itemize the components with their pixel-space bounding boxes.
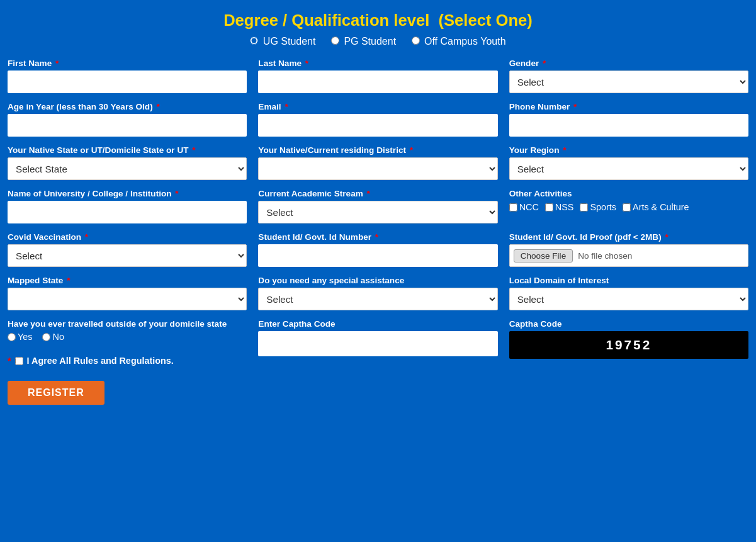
phone-group: Phone Number * <box>509 102 748 137</box>
degree-radio-group: UG Student PG Student Off Campus Youth <box>8 36 748 47</box>
captha-code-display: 19752 <box>509 331 748 359</box>
district-label: Your Native/Current residing District * <box>258 145 497 155</box>
agree-row: * I Agree All Rules and Regulations. <box>8 356 247 366</box>
phone-label: Phone Number * <box>509 102 748 111</box>
university-label: Name of University / College / Instituti… <box>8 189 247 198</box>
mapped-state-select[interactable] <box>8 288 247 310</box>
register-button-wrapper: REGISTER <box>8 381 247 405</box>
pg-student-radio-label[interactable]: PG Student <box>331 36 399 47</box>
covid-vaccination-group: Covid Vaccination * Select Yes No <box>8 232 247 267</box>
other-activities-label: Other Activities <box>509 189 748 198</box>
email-label: Email * <box>258 102 497 111</box>
last-name-input[interactable] <box>258 71 497 93</box>
covid-vaccination-label: Covid Vaccination * <box>8 232 247 242</box>
university-group: Name of University / College / Instituti… <box>8 189 247 223</box>
first-name-label: First Name * <box>8 59 247 68</box>
region-group: Your Region * Select <box>509 145 748 180</box>
student-id-proof-group: Student Id/ Govt. Id Proof (pdf < 2MB) *… <box>509 232 748 267</box>
mapped-state-group: Mapped State * <box>8 276 247 310</box>
mapped-state-label: Mapped State * <box>8 276 247 285</box>
local-domain-label: Local Domain of Interest <box>509 276 748 285</box>
special-assistance-select[interactable]: Select Yes No <box>258 288 497 310</box>
native-state-group: Your Native State or UT/Domicile State o… <box>8 145 247 180</box>
other-activities-group: Other Activities NCC NSS Sports Arts & C… <box>509 189 748 223</box>
bottom-left-section: Have you ever travelled outside of your … <box>8 319 247 405</box>
travel-question-group: Have you ever travelled outside of your … <box>8 319 247 342</box>
region-select[interactable]: Select <box>509 157 748 180</box>
student-id-number-input[interactable] <box>258 244 497 267</box>
sports-checkbox-label[interactable]: Sports <box>580 202 616 212</box>
special-assistance-group: Do you need any special assistance Selec… <box>258 276 497 310</box>
academic-stream-select[interactable]: Select <box>258 201 497 223</box>
student-id-proof-label: Student Id/ Govt. Id Proof (pdf < 2MB) * <box>509 232 748 242</box>
academic-stream-group: Current Academic Stream * Select <box>258 189 497 223</box>
captha-input-label: Enter Captha Code <box>258 319 497 329</box>
file-status: No file chosen <box>578 251 632 261</box>
travel-question-label: Have you ever travelled outside of your … <box>8 319 247 329</box>
age-input[interactable] <box>8 114 247 137</box>
captha-input[interactable] <box>258 331 497 356</box>
university-input[interactable] <box>8 201 247 223</box>
page-title: Degree / Qualification level (Select One… <box>8 11 748 30</box>
local-domain-select[interactable]: Select <box>509 288 748 310</box>
offcampus-radio-label[interactable]: Off Campus Youth <box>412 36 506 47</box>
native-state-label: Your Native State or UT/Domicile State o… <box>8 145 247 155</box>
travel-no-radio[interactable] <box>42 333 50 341</box>
agree-label: I Agree All Rules and Regulations. <box>27 356 174 366</box>
local-domain-group: Local Domain of Interest Select <box>509 276 748 310</box>
nss-checkbox-label[interactable]: NSS <box>545 202 574 212</box>
district-select[interactable] <box>258 157 497 180</box>
register-button[interactable]: REGISTER <box>8 381 104 405</box>
offcampus-radio[interactable] <box>412 37 420 45</box>
student-id-number-label: Student Id/ Govt. Id Number * <box>258 232 497 242</box>
travel-radio-group: Yes No <box>8 332 247 342</box>
ug-student-radio-label[interactable]: UG Student <box>250 36 319 47</box>
arts-culture-checkbox-label[interactable]: Arts & Culture <box>623 202 689 212</box>
first-name-input[interactable] <box>8 71 247 93</box>
captha-input-group: Enter Captha Code <box>258 319 497 356</box>
travel-no-label[interactable]: No <box>42 332 64 342</box>
ncc-checkbox[interactable] <box>509 203 517 212</box>
email-input[interactable] <box>258 114 497 137</box>
region-label: Your Region * <box>509 145 748 155</box>
nss-checkbox[interactable] <box>545 203 553 212</box>
age-group: Age in Year (less than 30 Years Old) * <box>8 102 247 137</box>
district-group: Your Native/Current residing District * <box>258 145 497 180</box>
last-name-label: Last Name * <box>258 59 497 68</box>
ncc-checkbox-label[interactable]: NCC <box>509 202 539 212</box>
captha-display-label: Captha Code <box>509 319 748 329</box>
phone-input[interactable] <box>509 114 748 137</box>
email-group: Email * <box>258 102 497 137</box>
ug-student-radio[interactable] <box>250 37 258 45</box>
sports-checkbox[interactable] <box>580 203 588 212</box>
native-state-select[interactable]: Select State <box>8 157 247 180</box>
pg-student-radio[interactable] <box>331 37 339 45</box>
travel-yes-label[interactable]: Yes <box>8 332 32 342</box>
first-name-group: First Name * <box>8 59 247 93</box>
covid-vaccination-select[interactable]: Select Yes No <box>8 244 247 267</box>
last-name-group: Last Name * <box>258 59 497 93</box>
academic-stream-label: Current Academic Stream * <box>258 189 497 198</box>
student-id-number-group: Student Id/ Govt. Id Number * <box>258 232 497 267</box>
travel-yes-radio[interactable] <box>8 333 16 341</box>
file-input-wrapper: Choose File No file chosen <box>509 244 748 267</box>
gender-label: Gender * <box>509 59 748 68</box>
special-assistance-label: Do you need any special assistance <box>258 276 497 285</box>
agree-checkbox[interactable] <box>15 357 23 365</box>
choose-file-button[interactable]: Choose File <box>514 249 573 263</box>
gender-select[interactable]: Select Male Female Other <box>509 71 748 93</box>
captha-display-group: Captha Code 19752 <box>509 319 748 359</box>
other-activities-checkboxes: NCC NSS Sports Arts & Culture <box>509 202 748 212</box>
age-label: Age in Year (less than 30 Years Old) * <box>8 102 247 111</box>
gender-group: Gender * Select Male Female Other <box>509 59 748 93</box>
arts-culture-checkbox[interactable] <box>623 203 631 212</box>
